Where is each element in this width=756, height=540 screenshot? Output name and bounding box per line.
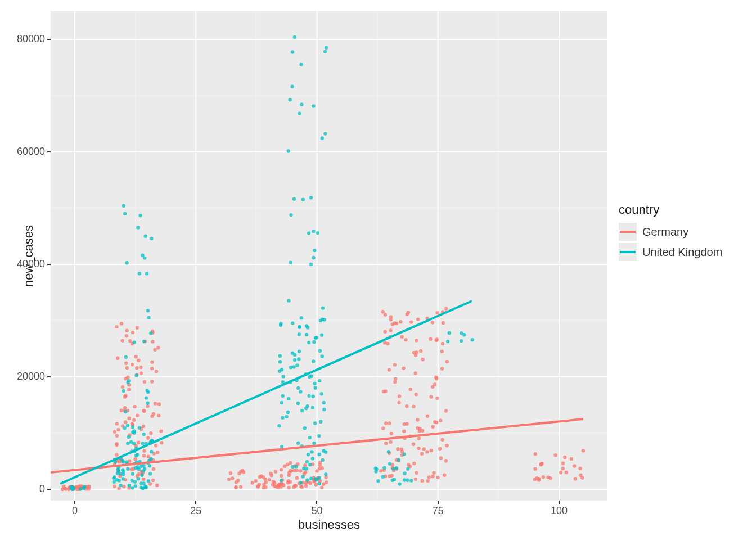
data-point <box>580 476 584 479</box>
data-point <box>136 226 140 229</box>
data-point <box>146 402 149 405</box>
data-point <box>435 311 439 314</box>
data-point <box>403 478 406 482</box>
data-point <box>376 479 380 483</box>
data-point <box>406 313 409 316</box>
data-point <box>130 363 134 366</box>
data-point <box>307 394 310 398</box>
data-point <box>280 468 283 471</box>
data-point <box>125 461 128 464</box>
data-point <box>444 459 448 462</box>
x-tick <box>438 501 439 504</box>
data-point <box>322 483 325 486</box>
x-tick-label: 100 <box>545 505 573 517</box>
data-point <box>410 320 413 323</box>
data-point <box>312 256 315 259</box>
data-point <box>149 431 152 435</box>
data-point <box>414 478 417 481</box>
data-point <box>309 263 313 266</box>
data-point <box>136 453 139 456</box>
data-point <box>300 103 303 106</box>
data-point <box>416 317 420 321</box>
data-point <box>381 310 385 313</box>
data-point <box>120 409 123 412</box>
data-point <box>138 272 141 275</box>
data-point <box>282 375 285 378</box>
data-point <box>146 436 150 440</box>
data-point <box>298 325 301 328</box>
data-point <box>304 470 307 474</box>
data-point <box>422 447 426 451</box>
data-point <box>311 406 314 410</box>
data-point <box>112 485 116 488</box>
data-point <box>413 371 417 375</box>
data-point <box>293 358 296 362</box>
legend-title: country <box>619 202 748 217</box>
data-point <box>431 475 434 478</box>
data-point <box>282 484 285 487</box>
data-point <box>323 50 327 53</box>
data-point <box>112 430 116 434</box>
data-point <box>379 469 382 472</box>
data-point <box>117 469 120 472</box>
data-point <box>137 359 140 362</box>
data-point <box>302 475 305 478</box>
data-point <box>115 434 119 438</box>
data-point <box>121 385 124 389</box>
data-point <box>289 260 292 264</box>
data-point <box>582 449 585 452</box>
data-point <box>418 428 422 431</box>
data-point <box>158 402 161 406</box>
data-point <box>149 331 152 335</box>
y-tick-label: 40000 <box>0 258 45 270</box>
data-point <box>389 318 393 321</box>
legend-item-uk: United Kingdom <box>619 243 748 261</box>
data-point <box>126 467 129 471</box>
data-point <box>320 486 323 489</box>
data-point <box>143 380 146 384</box>
data-point <box>152 467 155 471</box>
legend-label-uk: United Kingdom <box>642 246 722 259</box>
data-point <box>147 479 150 483</box>
data-point <box>121 459 124 462</box>
data-point <box>415 393 418 396</box>
data-point <box>307 341 310 344</box>
data-point <box>136 326 139 330</box>
data-point <box>292 485 295 489</box>
data-point <box>115 325 118 328</box>
data-point <box>432 471 435 475</box>
data-point <box>406 467 410 471</box>
data-point <box>299 469 302 472</box>
y-tick <box>47 39 51 40</box>
data-point <box>426 415 429 418</box>
y-tick-label: 80000 <box>0 33 45 45</box>
data-point <box>125 334 128 338</box>
data-point <box>122 485 125 488</box>
data-point <box>299 62 303 66</box>
data-point <box>415 339 418 342</box>
data-point <box>125 261 128 264</box>
legend: country Germany United Kingdom <box>619 202 748 263</box>
data-point <box>312 104 315 107</box>
data-point <box>313 421 317 425</box>
data-point <box>433 382 436 386</box>
data-point <box>136 413 139 417</box>
data-point <box>318 461 322 464</box>
data-point <box>268 478 271 482</box>
data-point <box>321 306 325 309</box>
y-axis-title: new_cases <box>21 225 35 287</box>
data-point <box>428 475 431 479</box>
data-point <box>297 357 300 361</box>
data-point <box>318 482 321 485</box>
data-point <box>122 204 125 208</box>
x-tick-label: 0 <box>61 505 89 517</box>
data-point <box>410 479 413 482</box>
data-point <box>537 478 541 482</box>
data-point <box>142 425 145 428</box>
data-point <box>315 336 318 339</box>
data-point <box>157 414 160 417</box>
data-point <box>159 429 163 433</box>
data-point <box>133 405 136 408</box>
data-point <box>287 149 290 152</box>
trend-line <box>60 301 472 484</box>
